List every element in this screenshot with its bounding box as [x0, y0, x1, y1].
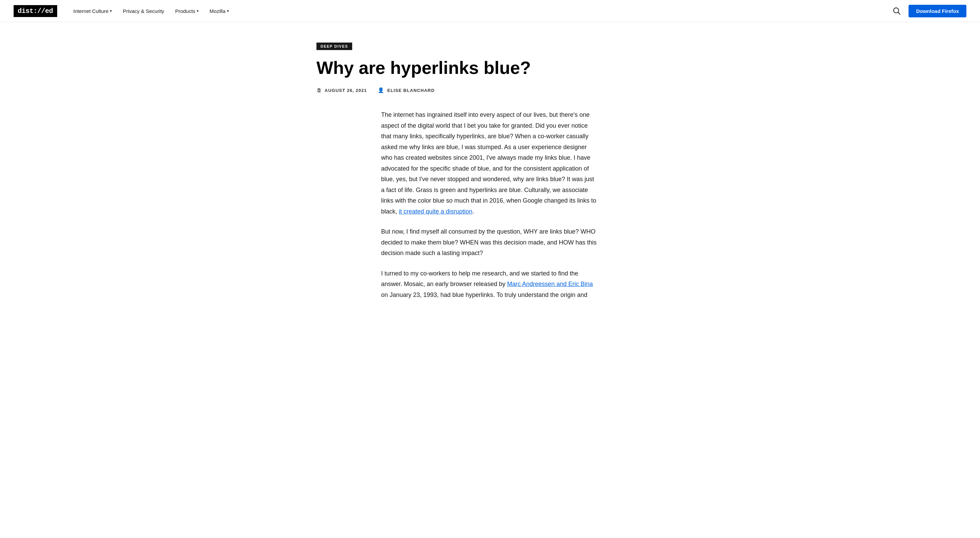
chevron-down-icon-3: ▾	[227, 9, 229, 13]
article-paragraph-3: I turned to my co-workers to help me res…	[381, 268, 599, 301]
nav-item-privacy-security[interactable]: Privacy & Security	[119, 5, 169, 17]
site-logo[interactable]: dist://ed	[14, 5, 57, 17]
author-text: ELISE BLANCHARD	[387, 88, 434, 93]
article-date: 🗓 AUGUST 26, 2021	[317, 88, 367, 93]
header-right: Download Firefox	[890, 5, 966, 18]
article-author: 👤 ELISE BLANCHARD	[378, 87, 434, 93]
main-nav: Internet Culture ▾ Privacy & Security Pr…	[69, 5, 233, 17]
article-title: Why are hyperlinks blue?	[317, 58, 609, 78]
article-paragraph-2: But now, I find myself all consumed by t…	[381, 227, 599, 259]
download-firefox-button[interactable]: Download Firefox	[908, 5, 966, 18]
svg-point-0	[894, 8, 899, 13]
nav-label-privacy-security: Privacy & Security	[123, 8, 164, 14]
nav-label-products: Products	[175, 8, 195, 14]
nav-label-mozilla: Mozilla	[210, 8, 226, 14]
nav-item-internet-culture[interactable]: Internet Culture ▾	[69, 5, 116, 17]
article-paragraph-1: The internet has ingrained itself into e…	[381, 110, 599, 217]
inline-link-andreessen[interactable]: Marc Andreessen and Eric Bina	[507, 281, 593, 287]
chevron-down-icon: ▾	[110, 9, 112, 13]
header-left: dist://ed Internet Culture ▾ Privacy & S…	[14, 5, 233, 17]
nav-label-internet-culture: Internet Culture	[73, 8, 108, 14]
site-header: dist://ed Internet Culture ▾ Privacy & S…	[0, 0, 980, 22]
nav-item-products[interactable]: Products ▾	[171, 5, 203, 17]
search-icon	[893, 7, 900, 14]
main-content: DEEP DIVES Why are hyperlinks blue? 🗓 AU…	[303, 22, 677, 337]
category-badge[interactable]: DEEP DIVES	[317, 43, 352, 50]
search-button[interactable]	[890, 5, 903, 18]
inline-link-disruption[interactable]: it created quite a disruption	[399, 208, 472, 215]
article-meta: 🗓 AUGUST 26, 2021 👤 ELISE BLANCHARD	[317, 87, 663, 93]
calendar-icon: 🗓	[317, 88, 322, 93]
nav-item-mozilla[interactable]: Mozilla ▾	[205, 5, 233, 17]
person-icon: 👤	[378, 87, 385, 93]
article-body: The internet has ingrained itself into e…	[368, 110, 612, 300]
chevron-down-icon-2: ▾	[197, 9, 199, 13]
svg-line-1	[898, 13, 900, 14]
date-text: AUGUST 26, 2021	[325, 88, 367, 93]
